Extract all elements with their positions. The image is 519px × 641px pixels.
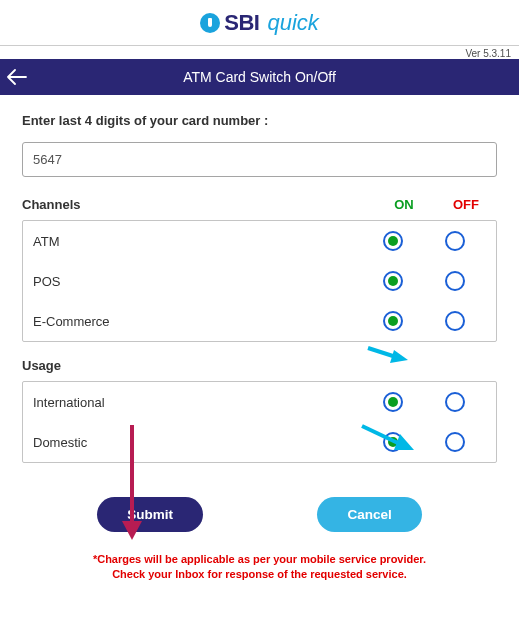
submit-button[interactable]: Submit	[97, 497, 203, 532]
button-row: Submit Cancel	[0, 485, 519, 532]
ecommerce-off-radio[interactable]	[445, 311, 465, 331]
page-title: ATM Card Switch On/Off	[183, 69, 336, 85]
pos-on-radio[interactable]	[383, 271, 403, 291]
channels-columns-header: Channels ON OFF	[22, 197, 497, 212]
logo-brand: SBI	[224, 10, 259, 36]
international-off-radio[interactable]	[445, 392, 465, 412]
usage-row-domestic: Domestic	[23, 422, 496, 462]
off-column-header: OFF	[435, 197, 497, 212]
ecommerce-on-radio[interactable]	[383, 311, 403, 331]
international-on-radio[interactable]	[383, 392, 403, 412]
disclaimer: *Charges will be applicable as per your …	[0, 532, 519, 583]
sbi-keyhole-icon	[200, 13, 220, 33]
atm-off-radio[interactable]	[445, 231, 465, 251]
channel-label: E-Commerce	[33, 314, 362, 329]
channels-list: ATM POS E-Commerce	[22, 220, 497, 342]
usage-label: Domestic	[33, 435, 362, 450]
channel-row-ecommerce: E-Commerce	[23, 301, 496, 341]
channel-row-atm: ATM	[23, 221, 496, 261]
app-logo: SBI quick	[0, 0, 519, 43]
disclaimer-line1: *Charges will be applicable as per your …	[30, 552, 489, 567]
disclaimer-line2: Check your Inbox for response of the req…	[30, 567, 489, 582]
usage-label: International	[33, 395, 362, 410]
channel-label: POS	[33, 274, 362, 289]
cancel-button[interactable]: Cancel	[317, 497, 421, 532]
channels-heading: Channels	[22, 197, 373, 212]
channel-row-pos: POS	[23, 261, 496, 301]
on-column-header: ON	[373, 197, 435, 212]
domestic-off-radio[interactable]	[445, 432, 465, 452]
usage-columns-header: Usage	[22, 358, 497, 373]
usage-list: International Domestic	[22, 381, 497, 463]
titlebar: ATM Card Switch On/Off	[0, 59, 519, 95]
pos-off-radio[interactable]	[445, 271, 465, 291]
logo-sub: quick	[267, 10, 318, 36]
card-last4-input[interactable]	[22, 142, 497, 177]
card-input-label: Enter last 4 digits of your card number …	[22, 113, 497, 128]
back-arrow-icon[interactable]	[6, 66, 28, 88]
usage-row-international: International	[23, 382, 496, 422]
form-area: Enter last 4 digits of your card number …	[0, 95, 519, 485]
atm-on-radio[interactable]	[383, 231, 403, 251]
usage-heading: Usage	[22, 358, 373, 373]
channel-label: ATM	[33, 234, 362, 249]
domestic-on-radio[interactable]	[383, 432, 403, 452]
version-label: Ver 5.3.11	[0, 46, 519, 59]
